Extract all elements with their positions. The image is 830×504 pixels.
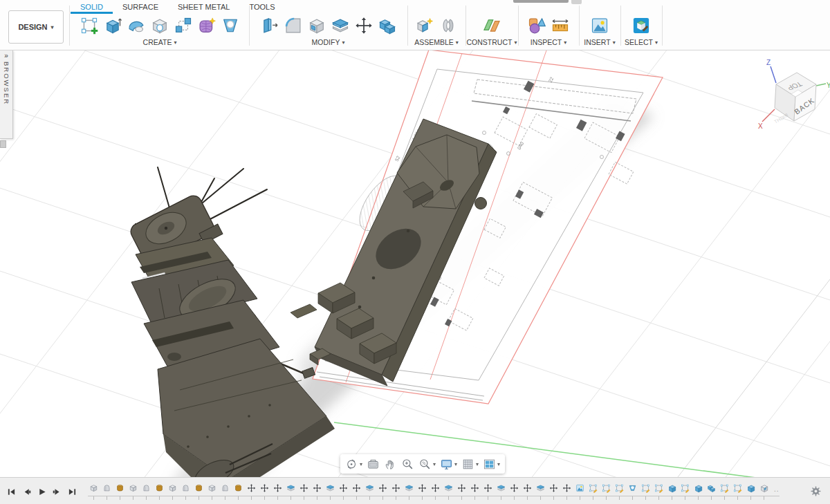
timeline-extrude-feature[interactable] [667,483,676,493]
timeline-move-feature[interactable] [391,483,400,493]
timeline-move-feature[interactable] [470,483,479,493]
timeline-shell-feature[interactable] [444,483,453,493]
playback-step-forward-button[interactable] [53,487,62,496]
timeline-shell-feature[interactable] [497,483,506,493]
create-form-icon[interactable] [196,15,218,36]
press-pull-icon[interactable] [259,15,281,36]
timeline-dome-feature[interactable] [102,483,111,493]
timeline-move-feature[interactable] [549,483,558,493]
timeline-shell-feature[interactable] [405,483,414,493]
group-label-modify[interactable]: MODIFY▾ [312,38,345,46]
grid-settings-button[interactable]: ▾ [461,458,479,471]
timeline-box-feature[interactable] [168,483,177,493]
timeline-shell-feature[interactable] [286,483,295,493]
timeline-move-feature[interactable] [313,483,322,493]
timeline-move-feature[interactable] [260,483,269,493]
browser-panel-collapsed[interactable]: » BROWSER [0,50,13,139]
zoom-button[interactable] [401,458,414,471]
timeline-dome-feature[interactable] [181,483,190,493]
measure-icon[interactable] [526,15,548,36]
timeline-sketch-feature[interactable] [654,483,663,493]
timeline-hole-feature[interactable] [628,483,637,493]
tab-surface[interactable]: SURFACE [113,0,168,14]
timeline-settings-gear[interactable] [810,485,822,497]
shell-icon[interactable] [329,15,351,36]
timeline-dome-feature[interactable] [142,483,151,493]
orbit-button[interactable]: ▾ [345,458,362,471]
timeline-sketch-feature[interactable] [602,483,611,493]
joint-icon[interactable] [437,15,459,36]
playback-play-button[interactable] [37,487,46,496]
timeline-move-feature[interactable] [523,483,532,493]
timeline-move-feature[interactable] [247,483,256,493]
display-settings-button[interactable]: ▾ [440,458,457,471]
timeline-coil-feature[interactable] [234,483,243,493]
timeline-sketch-feature[interactable] [681,483,690,493]
group-label-assemble[interactable]: ASSEMBLE▾ [414,38,459,46]
group-label-insert[interactable]: INSERT▾ [584,38,615,46]
combine-icon[interactable] [376,15,398,36]
timeline-coil-feature[interactable] [116,483,124,493]
fit-button[interactable]: ▾ [418,458,436,471]
timeline-move-feature[interactable] [273,483,282,493]
pan-button[interactable] [384,458,397,471]
timeline-shell-feature[interactable] [326,483,335,493]
viewports-button[interactable]: ▾ [483,458,500,471]
browser-panel-handle[interactable] [0,140,6,148]
timeline-sketch-feature[interactable] [589,483,598,493]
extrude-icon[interactable] [102,15,124,36]
tab-solid[interactable]: SOLID [71,0,113,14]
timeline-combine-feature[interactable] [707,483,716,493]
create-sketch-icon[interactable] [78,15,100,36]
timeline-corner-feature[interactable] [759,483,768,493]
group-label-inspect[interactable]: INSPECT▾ [531,38,567,46]
timeline-box-feature[interactable] [208,483,216,493]
measure-ruler-icon[interactable] [549,15,571,36]
timeline-move-feature[interactable] [431,483,440,493]
timeline-move-feature[interactable] [510,483,519,493]
fillet-icon[interactable] [282,15,304,36]
timeline-shell-feature[interactable] [536,483,545,493]
timeline-sketch-feature[interactable] [641,483,650,493]
playback-skip-end-button[interactable] [68,487,77,496]
chamfer-icon[interactable] [306,15,328,36]
timeline-move-feature[interactable] [339,483,348,493]
timeline-move-feature[interactable] [418,483,427,493]
timeline-coil-feature[interactable] [155,483,164,493]
superstructure-body[interactable] [128,167,335,477]
group-label-construct[interactable]: CONSTRUCT▾ [467,38,517,46]
timeline-box-feature[interactable] [129,483,138,493]
revolve-icon[interactable] [125,15,147,36]
timeline-move-feature[interactable] [378,483,387,493]
move-icon[interactable] [353,15,375,36]
timeline-move-feature[interactable] [299,483,308,493]
select-tool-icon[interactable] [630,15,652,36]
timeline-sketch-feature[interactable] [733,483,742,493]
timeline-move-feature[interactable] [352,483,361,493]
view-cube[interactable]: TOP BACK RIGHT Z Y X [758,59,830,130]
timeline-coil-feature[interactable] [194,483,203,493]
timeline-shell-feature[interactable] [365,483,374,493]
hole-icon[interactable] [149,15,171,36]
timeline-canvas-feature[interactable] [575,483,584,493]
tab-tools[interactable]: TOOLS [239,0,284,14]
timeline-box-feature[interactable] [89,483,98,493]
look-at-button[interactable] [367,458,380,471]
timeline-move-feature[interactable] [562,483,571,493]
timeline-move-feature[interactable] [457,483,466,493]
timeline-move-feature[interactable] [483,483,492,493]
timeline-sketch-feature[interactable] [720,483,729,493]
timeline-sketch-feature[interactable] [615,483,624,493]
playback-skip-start-button[interactable] [7,487,16,496]
group-label-create[interactable]: CREATE▾ [143,38,177,46]
timeline-extrude-feature[interactable] [746,483,755,493]
timeline-dome-feature[interactable] [221,483,230,493]
timeline-extrude-feature[interactable] [694,483,703,493]
playback-step-back-button[interactable] [22,487,31,496]
insert-canvas-icon[interactable] [589,15,611,36]
tab-sheet-metal[interactable]: SHEET METAL [168,0,239,14]
web-icon[interactable] [219,15,241,36]
new-component-icon[interactable] [414,15,436,36]
group-label-select[interactable]: SELECT▾ [625,38,658,46]
construct-plane-icon[interactable] [481,15,503,36]
